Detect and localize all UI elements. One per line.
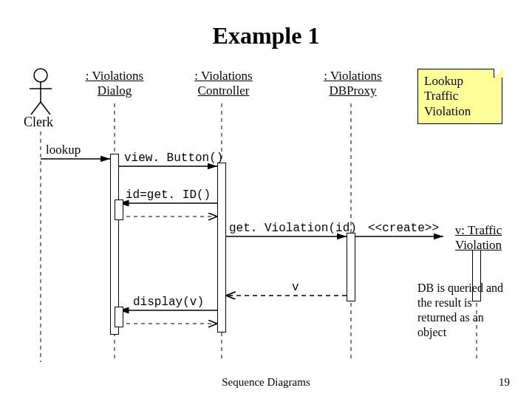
msg-create: <<create>> [368, 222, 439, 235]
msg-return-v: v [292, 281, 299, 294]
svg-line-4 [41, 102, 50, 115]
msg-lookup: lookup [46, 143, 81, 157]
note-db: DB is queried and the result is returned… [417, 281, 514, 340]
activation-controller-1 [217, 163, 226, 332]
note-lookup-text: Lookup Traffic Violation [424, 74, 471, 118]
activation-dialog-2 [115, 200, 123, 220]
svg-line-3 [31, 102, 41, 115]
footer-caption: Sequence Diagrams [0, 376, 532, 389]
msg-getid: id=get. ID() [126, 188, 211, 202]
activation-dialog-3 [115, 307, 123, 327]
footer-page: 19 [499, 376, 510, 389]
note-lookup: Lookup Traffic Violation [417, 69, 502, 124]
msg-getviolation: get. Violation(id) [229, 222, 357, 235]
actor-label: Clerk [24, 115, 53, 130]
note-db-text: DB is queried and the result is returned… [417, 282, 503, 338]
participant-violation: v: Traffic Violation [447, 223, 510, 253]
participant-dialog: : Violations Dialog [81, 69, 148, 98]
participant-controller: : Violations Controller [188, 69, 259, 98]
msg-viewbutton: view. Button() [124, 151, 223, 165]
svg-point-0 [34, 69, 47, 82]
activation-dbproxy [347, 233, 355, 301]
participant-dbproxy: : Violations DBProxy [318, 69, 388, 98]
actor-icon [30, 69, 52, 115]
msg-display: display(v) [133, 296, 204, 309]
